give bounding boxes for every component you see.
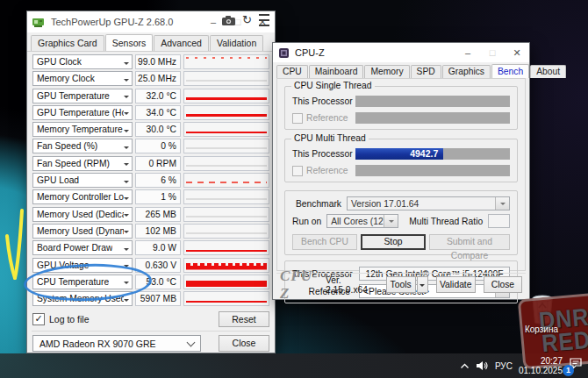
- sensor-graph: [183, 240, 269, 255]
- gpuz-toolbar: ↻: [222, 14, 269, 26]
- cpuz-maximize-button[interactable]: □: [480, 43, 505, 62]
- sensor-row: Fan Speed (%)0 %: [32, 139, 269, 153]
- dropdown-arrow-icon: [384, 215, 398, 227]
- sensor-graph-trace: [186, 301, 267, 303]
- cpuz-tab-spd[interactable]: SPD: [411, 65, 441, 78]
- dropdown-arrow-icon: [124, 181, 129, 186]
- bench-cpu-button[interactable]: Bench CPU: [292, 234, 357, 250]
- sensor-select[interactable]: GPU Load: [32, 173, 133, 188]
- benchmark-version-value: Version 17.01.64: [348, 199, 495, 209]
- sensor-row: Board Power Draw9.0 W: [32, 240, 269, 255]
- dropdown-arrow-icon: [124, 248, 129, 253]
- language-indicator[interactable]: РУС: [495, 361, 513, 371]
- gpuz-tab-validation[interactable]: Validation: [210, 35, 263, 51]
- sensor-graph-trace: [186, 198, 267, 200]
- tools-dropdown-button[interactable]: [417, 276, 428, 293]
- cpuz-minimize-button[interactable]: –: [455, 43, 480, 62]
- cpuz-close-window-button[interactable]: Close: [484, 276, 522, 293]
- sensor-graph: [183, 54, 269, 69]
- stop-button[interactable]: Stop: [361, 234, 426, 250]
- run-on-label: Run on: [292, 217, 326, 226]
- sensor-select[interactable]: Fan Speed (%): [32, 139, 133, 153]
- sensor-value: 30.0 °C: [135, 122, 181, 137]
- sensor-select[interactable]: Board Power Draw: [32, 240, 133, 255]
- gpuz-title: TechPowerUp GPU-Z 2.68.0: [51, 17, 201, 27]
- log-to-file-checkbox[interactable]: ✓: [32, 313, 45, 325]
- submit-and-compare-button[interactable]: Submit and Compare: [429, 234, 510, 250]
- sensor-graph-trace: [186, 281, 267, 287]
- tools-button[interactable]: Tools: [386, 276, 416, 293]
- validate-button[interactable]: Validate: [436, 276, 476, 293]
- sensor-label: Memory Used (Dynamic): [37, 226, 124, 236]
- sensor-row: GPU Temperature32.0 °C: [32, 89, 269, 103]
- cpuz-titlebar[interactable]: CPU-Z – □ ✕: [273, 43, 529, 62]
- cpuz-tab-about[interactable]: About: [530, 65, 566, 78]
- sensor-value: 0 %: [135, 139, 181, 153]
- dropdown-arrow-icon: [124, 79, 129, 84]
- cpuz-window: CPU-Z – □ ✕ CPUMainboardMemorySPDGraphic…: [272, 42, 530, 300]
- multi-thread-ratio-field[interactable]: [488, 214, 510, 228]
- sensor-graph-trace: [186, 216, 267, 218]
- camera-icon[interactable]: [222, 16, 235, 25]
- sensor-select[interactable]: Memory Used (Dynamic): [32, 224, 133, 239]
- single-reference-checkbox[interactable]: [292, 113, 303, 124]
- sensor-select[interactable]: Memory Temperature: [32, 122, 133, 137]
- menu-icon[interactable]: [259, 14, 269, 26]
- sensor-select[interactable]: GPU Temperature (Hot Spot): [32, 105, 133, 120]
- gpuz-tab-graphics-card[interactable]: Graphics Card: [31, 35, 104, 51]
- sensor-select[interactable]: Fan Speed (RPM): [32, 156, 133, 171]
- benchmark-version-select[interactable]: Version 17.01.64: [347, 196, 510, 210]
- sensor-value: 265 MB: [135, 207, 181, 222]
- sensor-select[interactable]: GPU Temperature: [32, 89, 133, 103]
- sensor-select[interactable]: Memory Clock: [32, 71, 133, 86]
- sensor-select[interactable]: GPU Clock: [32, 54, 133, 69]
- sensor-value: 25.0 MHz: [135, 71, 181, 86]
- cpuz-tab-bench[interactable]: Bench: [491, 64, 529, 78]
- gpuz-tab-sensors[interactable]: Sensors: [105, 34, 154, 51]
- benchmark-label: Benchmark: [292, 199, 347, 209]
- sensor-value: 1 %: [135, 189, 181, 204]
- single-thread-bar: [355, 96, 510, 107]
- sensor-select[interactable]: Memory Controller Load: [32, 189, 133, 204]
- sensor-row: Memory Controller Load1 %: [32, 189, 269, 204]
- multi-reference-label: Reference: [306, 166, 348, 175]
- cpuz-tab-graphics[interactable]: Graphics: [442, 65, 491, 78]
- sensor-value: 99.0 MHz: [135, 54, 181, 69]
- sensor-row: Fan Speed (RPM)0 RPM: [32, 156, 269, 171]
- sensor-value: 6 %: [135, 173, 181, 188]
- sensor-graph-trace: [186, 57, 267, 59]
- cpuz-tabstrip: CPUMainboardMemorySPDGraphicsBenchAbout: [273, 62, 529, 78]
- group-label: CPU Multi Thread: [291, 133, 369, 143]
- tray-chevron-up-icon[interactable]: [460, 363, 470, 369]
- sensor-graph: [183, 122, 269, 137]
- sensor-label: GPU Temperature: [37, 91, 110, 101]
- recycle-bin-label: Корзина: [513, 325, 570, 334]
- sensor-graph: [183, 71, 269, 86]
- sensor-graph: [183, 156, 269, 171]
- taskbar-clock[interactable]: 20:27 01.10.2025: [519, 356, 563, 375]
- dropdown-arrow-icon: [124, 130, 129, 135]
- gpuz-tab-advanced[interactable]: Advanced: [154, 35, 209, 51]
- gpu-device-select[interactable]: AMD Radeon RX 9070 GRE: [32, 335, 201, 352]
- refresh-icon[interactable]: ↻: [242, 16, 252, 25]
- cpuz-logo: CPU-Z: [280, 267, 319, 303]
- sensor-value: 32.0 °C: [135, 89, 181, 103]
- sensor-select[interactable]: Memory Used (Dedicated): [32, 207, 133, 222]
- multi-reference-checkbox[interactable]: [292, 166, 303, 176]
- sensor-value: 102 MB: [135, 224, 181, 239]
- cpuz-tab-cpu[interactable]: CPU: [276, 65, 308, 78]
- cpuz-tab-memory[interactable]: Memory: [364, 65, 409, 78]
- cpuz-tab-mainboard[interactable]: Mainboard: [309, 65, 364, 78]
- gpuz-close-window-button[interactable]: Close: [219, 335, 269, 352]
- action-center-icon[interactable]: 1: [569, 357, 586, 374]
- sensor-value: 5907 MB: [135, 291, 181, 306]
- sensor-label: GPU Load: [37, 175, 79, 185]
- sensor-value: 0 RPM: [135, 156, 181, 171]
- run-on-select[interactable]: All Cores (12T): [326, 214, 398, 228]
- sensor-row: Memory Used (Dedicated)265 MB: [32, 207, 269, 222]
- reset-button[interactable]: Reset: [219, 311, 269, 327]
- run-on-value: All Cores (12T): [327, 217, 384, 226]
- volume-icon[interactable]: [476, 360, 489, 371]
- cpuz-close-button[interactable]: ✕: [505, 43, 529, 62]
- sensor-value: 34.0 °C: [135, 105, 181, 120]
